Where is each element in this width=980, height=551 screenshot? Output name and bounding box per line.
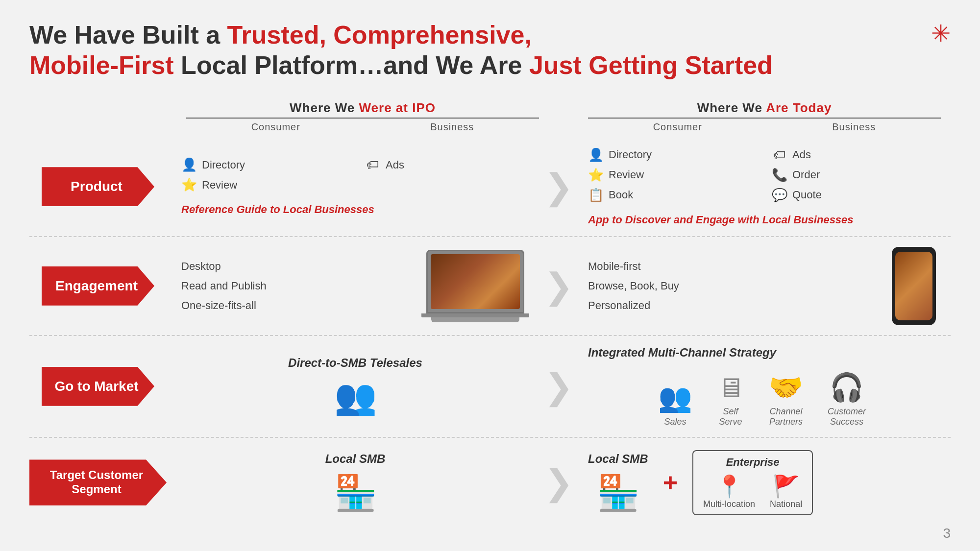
ipo-directory-label: Directory <box>202 159 245 171</box>
channel-partners-channel: 🤝 ChannelPartners <box>769 371 803 427</box>
arrow-icon: ❯ <box>544 369 573 404</box>
product-ipo-items: 👤 Directory ⭐ Review 🏷 Ads <box>181 157 529 197</box>
phone-screen <box>895 252 932 320</box>
engagement-today-content: Mobile-first Browse, Book, Buy Personali… <box>588 247 936 325</box>
today-ads-label: Ads <box>792 148 811 161</box>
national-icon: 🚩 <box>770 474 802 499</box>
today-quote-item: 💬 Quote <box>772 188 936 203</box>
target-pentagon: Target Customer Segment <box>29 459 167 505</box>
ipo-product-tagline: Reference Guide to Local Businesses <box>181 203 529 216</box>
title-part3: Local Platform…and We Are <box>174 51 529 79</box>
diagram: Where We Were at IPO Consumer Business W… <box>29 96 951 527</box>
today-book-icon: 📋 <box>588 188 604 203</box>
engagement-ipo-text: Desktop Read and Publish One-size-fits-a… <box>181 257 267 315</box>
enterprise-section: Enterprise 📍 Multi-location 🚩 National <box>692 450 813 515</box>
engagement-ipo-panel: Desktop Read and Publish One-size-fits-a… <box>167 237 544 335</box>
today-divider <box>588 118 941 119</box>
today-directory-item: 👤 Directory <box>588 147 752 163</box>
product-today-items: 👤 Directory ⭐ Review 📋 Book <box>588 147 936 208</box>
slide-title: We Have Built a Trusted, Comprehensive, … <box>29 20 951 81</box>
gtm-pentagon: Go to Market <box>42 367 154 406</box>
laptop-image <box>421 250 529 322</box>
title-part1: We Have Built a <box>29 21 227 49</box>
ipo-ads-label: Ads <box>386 159 404 171</box>
today-directory-icon: 👤 <box>588 147 604 163</box>
today-header: Where We Are Today Consumer Business <box>578 96 951 138</box>
today-book-label: Book <box>609 189 633 201</box>
header-row: Where We Were at IPO Consumer Business W… <box>176 96 951 138</box>
today-book-item: 📋 Book <box>588 188 752 203</box>
product-today-panel: 👤 Directory ⭐ Review 📋 Book <box>573 138 951 236</box>
ipo-directory-item: 👤 Directory <box>181 157 345 172</box>
product-today-consumer: 👤 Directory ⭐ Review 📋 Book <box>588 147 752 208</box>
product-row: Product 👤 Directory ⭐ Review <box>29 138 951 236</box>
target-ipo-title: Local SMB <box>325 452 386 466</box>
today-review-icon: ⭐ <box>588 168 604 183</box>
plus-icon: + <box>663 468 678 497</box>
product-label-cell: Product <box>29 138 167 236</box>
ipo-header: Where We Were at IPO Consumer Business <box>176 96 549 138</box>
sales-icon: 👥 <box>658 382 692 414</box>
title-part2: Mobile-First <box>29 51 174 79</box>
local-smb-icon: 🏪 <box>334 473 377 513</box>
page-number: 3 <box>943 526 951 541</box>
target-arrow: ❯ <box>544 438 573 527</box>
ipo-consumer-label: Consumer <box>251 121 300 133</box>
target-label: Target Customer Segment <box>40 468 153 497</box>
arrow-icon: ❯ <box>544 465 573 500</box>
today-review-item: ⭐ Review <box>588 168 752 183</box>
today-business-label: Business <box>832 121 876 133</box>
ipo-one-size: One-size-fits-all <box>181 296 267 315</box>
multi-location-icon: 📍 <box>703 474 755 499</box>
self-serve-channel: 🖥 SelfServe <box>717 372 744 427</box>
ipo-title: Where We Were at IPO <box>186 100 539 116</box>
gtm-label: Go to Market <box>54 378 138 395</box>
gtm-today-title: Integrated Multi-Channel Strategy <box>588 346 936 359</box>
multi-location-group: 📍 Multi-location <box>703 474 755 509</box>
engagement-label-cell: Engagement <box>29 237 167 335</box>
telesales-icon: 👥 <box>181 377 529 417</box>
channel-partners-icon: 🤝 <box>769 371 803 404</box>
today-smb-icon: 🏪 <box>588 473 648 513</box>
customer-success-channel: 🎧 CustomerSuccess <box>828 371 866 427</box>
yelp-logo-icon: ✳ <box>931 20 951 47</box>
product-arrow: ❯ <box>544 138 573 236</box>
engagement-row: Engagement Desktop Read and Publish One-… <box>29 236 951 335</box>
gtm-row: Go to Market Direct-to-SMB Telesales 👥 ❯… <box>29 335 951 437</box>
slide: ✳ We Have Built a Trusted, Comprehensive… <box>0 0 980 551</box>
phone-image <box>892 247 936 325</box>
target-ipo-panel: Local SMB 🏪 <box>167 438 544 527</box>
enterprise-icons: 📍 Multi-location 🚩 National <box>703 474 802 509</box>
today-quote-label: Quote <box>792 189 822 201</box>
product-ipo-panel: 👤 Directory ⭐ Review 🏷 Ads <box>167 138 544 236</box>
ipo-review-item: ⭐ Review <box>181 177 345 192</box>
today-quote-icon: 💬 <box>772 188 787 203</box>
customer-success-label: CustomerSuccess <box>828 407 866 427</box>
ads-icon: 🏷 <box>365 157 381 172</box>
self-serve-label: SelfServe <box>717 407 744 427</box>
today-browse-book: Browse, Book, Buy <box>588 276 679 296</box>
laptop-hinge <box>421 313 529 317</box>
sales-label: Sales <box>658 417 692 427</box>
gtm-ipo-title: Direct-to-SMB Telesales <box>181 356 529 370</box>
sales-channel: 👥 Sales <box>658 382 692 427</box>
ipo-ads-item: 🏷 Ads <box>365 157 529 172</box>
target-label-cell: Target Customer Segment <box>29 438 167 527</box>
today-ads-item: 🏷 Ads <box>772 147 936 163</box>
ipo-sub-headers: Consumer Business <box>186 121 539 133</box>
today-order-label: Order <box>792 168 820 181</box>
product-ipo-business: 🏷 Ads <box>365 157 529 177</box>
target-row: Target Customer Segment Local SMB 🏪 ❯ Lo… <box>29 437 951 527</box>
gtm-channels: 👥 Sales 🖥 SelfServe 🤝 ChannelPartners 🎧 … <box>588 371 936 427</box>
today-title: Where We Are Today <box>588 100 941 116</box>
gtm-today-panel: Integrated Multi-Channel Strategy 👥 Sale… <box>573 336 951 437</box>
ipo-review-label: Review <box>202 179 237 192</box>
laptop-base <box>431 317 519 322</box>
laptop-screen <box>426 250 524 313</box>
engagement-today-text: Mobile-first Browse, Book, Buy Personali… <box>588 257 679 315</box>
directory-icon: 👤 <box>181 157 197 172</box>
target-today-content: Local SMB 🏪 + Enterprise 📍 Multi-locatio… <box>588 450 936 515</box>
national-label: National <box>770 499 802 509</box>
customer-success-icon: 🎧 <box>828 371 866 404</box>
today-order-item: 📞 Order <box>772 168 936 183</box>
